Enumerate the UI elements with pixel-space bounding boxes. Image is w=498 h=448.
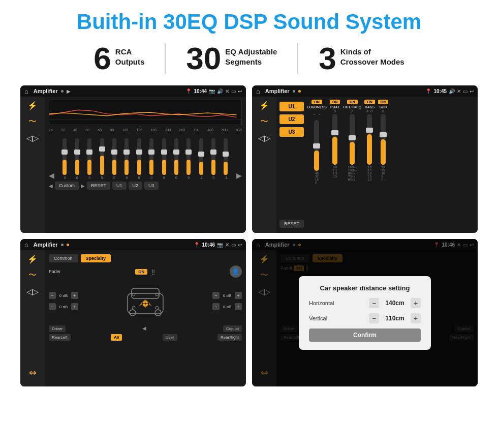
fader-dot2	[67, 244, 69, 246]
crossover-sidebar-wave-icon[interactable]: 〜	[260, 116, 268, 127]
dialog-title: Car speaker distance setting	[309, 284, 421, 292]
dialog-horizontal-plus[interactable]: +	[411, 298, 421, 308]
left-rear-minus[interactable]: −	[49, 303, 56, 310]
eq-slider-10: 0	[174, 138, 178, 180]
eq-body: ⚡ 〜 ◁▷ 25 32 40	[20, 97, 246, 233]
bass-toggle[interactable]: ON	[364, 100, 375, 104]
stat-crossover: 3 Kinds ofCrossover Modes	[298, 43, 424, 74]
eq-slider-3: 0	[87, 138, 91, 180]
fader-back-icon[interactable]: ↩	[238, 242, 242, 248]
fader-title: Amplifier	[34, 242, 58, 248]
eq-x-icon: ✕	[225, 88, 229, 94]
right-rear-control: − 0 dB +	[212, 303, 242, 310]
crossover-home-icon[interactable]: ⌂	[256, 87, 260, 95]
fader-location-icon: 📍	[194, 242, 200, 248]
fader-common-tab[interactable]: Common	[49, 254, 78, 262]
eq-play-icon: ▶	[67, 88, 71, 94]
sub-control: ON SUB G 20151050	[378, 100, 389, 230]
eq-camera-icon: 📷	[209, 88, 215, 94]
cutfreq-toggle[interactable]: ON	[347, 100, 358, 104]
eq-next-arrow[interactable]: ▶	[236, 171, 242, 180]
right-front-plus[interactable]: +	[235, 292, 242, 299]
fader-row: Fader ON ⣿ 👤	[49, 265, 242, 278]
left-front-minus[interactable]: −	[49, 292, 56, 299]
eq-sidebar-vol-icon[interactable]: ◁▷	[26, 133, 39, 143]
rearright-btn[interactable]: RearRight	[217, 334, 242, 341]
fader-specialty-tab[interactable]: Specialty	[81, 254, 111, 262]
dialog-horizontal-minus[interactable]: −	[369, 298, 379, 308]
eq-slider-5: 0	[112, 138, 116, 180]
phat-toggle[interactable]: ON	[330, 100, 340, 104]
sub-toggle[interactable]: ON	[378, 100, 389, 104]
loudness-track[interactable]	[314, 120, 319, 171]
stat-text-crossover: Kinds ofCrossover Modes	[340, 43, 404, 67]
left-front-val: 0 dB	[57, 293, 70, 298]
dialog-confirm-btn[interactable]: Confirm	[309, 328, 421, 342]
eq-location-icon: 📍	[185, 88, 192, 94]
eq-reset-btn[interactable]: RESET	[87, 182, 110, 190]
eq-sidebar-wave-icon[interactable]: 〜	[28, 116, 37, 127]
right-rear-minus[interactable]: −	[212, 303, 220, 310]
fader-bottom-labels: Driver ◀ Copilot	[49, 325, 242, 332]
eq-dot1	[61, 90, 64, 93]
crossover-back-icon[interactable]: ↩	[470, 88, 474, 94]
eq-bottom-bar: ◀ Custom ▶ RESET U1 U2 U3	[49, 182, 242, 190]
loudness-toggle[interactable]: ON	[312, 100, 322, 104]
fader-home-icon[interactable]: ⌂	[24, 241, 28, 249]
crossover-sidebar-sliders-icon[interactable]: ⚡	[259, 101, 269, 110]
eq-main: 25 32 40 50 63 80 100 125 160 200 250 32…	[45, 97, 246, 233]
left-rear-plus[interactable]: +	[71, 303, 78, 310]
eq-play-btn[interactable]: ▶	[81, 183, 85, 189]
dialog-vertical-plus[interactable]: +	[411, 313, 421, 323]
eq-sliders-row: ◀ 0 0 0	[49, 134, 242, 180]
fader-sidebar-expand-icon[interactable]: ⇔	[29, 367, 37, 382]
eq-vol-icon: 🔊	[217, 88, 223, 94]
right-rear-plus[interactable]: +	[235, 303, 242, 310]
dialog-horizontal-val: 140cm	[382, 300, 408, 307]
right-front-minus[interactable]: −	[212, 292, 220, 299]
eq-status-icons: 📍 10:44 📷 🔊 ✕ ▭ ↩	[185, 88, 242, 94]
stat-number-eq: 30	[186, 43, 221, 74]
eq-u2-btn[interactable]: U2	[129, 182, 143, 190]
left-front-control: − 0 dB +	[49, 292, 78, 299]
user-btn[interactable]: User	[163, 334, 177, 341]
eq-prev-arrow[interactable]: ◀	[49, 171, 54, 180]
eq-sidebar-sliders-icon[interactable]: ⚡	[27, 101, 38, 110]
fader-on-toggle[interactable]: ON	[135, 269, 147, 275]
eq-u1-btn[interactable]: U1	[112, 182, 127, 190]
crossover-status-bar: ⌂ Amplifier 📍 10:45 🔊 ✕ ▭ ↩	[252, 85, 478, 97]
fader-sidebar-wave-icon[interactable]: 〜	[28, 270, 37, 281]
fader-sidebar-sliders-icon[interactable]: ⚡	[27, 254, 38, 264]
copilot-btn[interactable]: Copilot	[223, 325, 242, 332]
fader-sidebar-vol-icon[interactable]: ◁▷	[26, 287, 39, 296]
eq-home-icon[interactable]: ⌂	[24, 87, 28, 95]
crossover-reset-btn[interactable]: RESET	[279, 220, 304, 228]
eq-custom-btn[interactable]: Custom	[55, 182, 79, 190]
driver-btn[interactable]: Driver	[49, 325, 66, 332]
dialog-vertical-minus[interactable]: −	[369, 313, 379, 323]
distance-dialog-overlay: Car speaker distance setting Horizontal …	[252, 239, 478, 386]
eq-screen: ⌂ Amplifier ▶ 📍 10:44 📷 🔊 ✕ ▭ ↩ ⚡ 〜	[20, 85, 246, 233]
fader-left-arrow[interactable]: ◀	[142, 325, 146, 332]
crossover-u2-btn[interactable]: U2	[279, 114, 304, 124]
fader-status-icons: 📍 10:46 📷 ✕ ▭ ↩	[194, 242, 242, 248]
crossover-sidebar-vol-icon[interactable]: ◁▷	[258, 133, 270, 143]
fader-status-bar: ⌂ Amplifier 📍 10:46 📷 ✕ ▭ ↩	[20, 239, 246, 250]
sub-track[interactable]	[381, 114, 386, 165]
all-btn[interactable]: All	[111, 334, 122, 341]
bass-track[interactable]	[367, 114, 372, 165]
eq-u3-btn[interactable]: U3	[144, 182, 159, 190]
svg-point-4	[155, 310, 161, 316]
svg-marker-12	[142, 300, 149, 303]
crossover-u1-btn[interactable]: U1	[279, 102, 304, 111]
crossover-u3-btn[interactable]: U3	[279, 127, 304, 137]
phat-track[interactable]	[332, 114, 337, 165]
eq-prev-btn[interactable]: ◀	[49, 183, 53, 189]
rearleft-btn[interactable]: RearLeft	[49, 334, 71, 341]
cutfreq-track[interactable]	[350, 114, 355, 165]
svg-point-3	[130, 310, 136, 316]
left-speaker-controls: − 0 dB + − 0 dB +	[49, 292, 78, 310]
eq-back-icon[interactable]: ↩	[238, 88, 242, 94]
stat-number-crossover: 3	[319, 43, 336, 74]
left-front-plus[interactable]: +	[71, 292, 78, 299]
